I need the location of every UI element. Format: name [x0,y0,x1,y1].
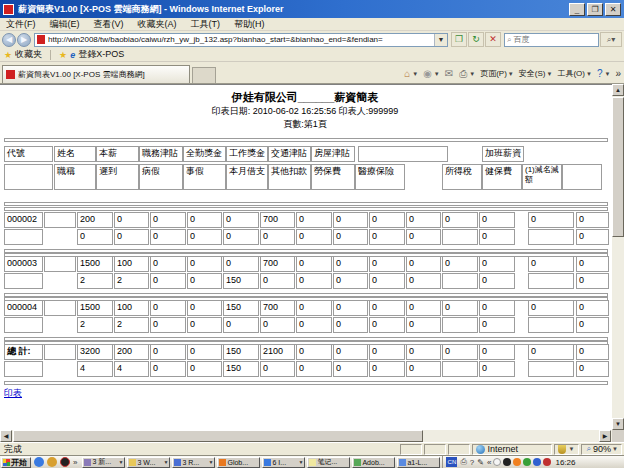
menu-item-3[interactable]: 收藏夹(A) [138,18,177,31]
taskbar-button-1[interactable]: 3 W...▼ [127,457,170,468]
taskbar-button-2[interactable]: 3 R...▼ [172,457,215,468]
feeds-icon[interactable]: ◉▼ [423,68,440,79]
minimize-button[interactable]: _ [569,3,585,16]
help-icon[interactable]: ?▼ [597,68,611,79]
new-tab-stub[interactable] [192,67,216,83]
column-header: 勞保費 [311,164,355,190]
tab-active[interactable]: 薪資簡表V1.00 [X-POS 雲端商務網] [2,65,190,83]
taskbar-button-3[interactable]: Glob... [217,457,260,468]
status-panel [424,444,446,455]
printer-tray-icon[interactable]: ⎙ [460,457,466,467]
scroll-left-icon[interactable]: ◀ [0,430,12,442]
status-text: 完成 [4,443,22,456]
menu-item-1[interactable]: 编辑(E) [50,18,80,31]
cmd-工具(O)[interactable]: 工具(O)▼ [557,68,592,79]
zoom-control[interactable]: ⌕ 90% ▼ [581,444,622,455]
restore-button[interactable]: ❐ [587,3,603,16]
quicklaunch-mail-icon[interactable] [47,457,57,467]
horizontal-scroll-thumb[interactable] [13,430,423,442]
table-cell: 0 [187,361,222,377]
table-cell: 2100 [260,344,295,360]
table-cell: 0 [223,229,259,245]
quicklaunch-overflow-icon[interactable]: » [73,458,77,467]
table-cell: 0 [333,256,368,272]
search-go-button[interactable]: ⌕▾ [600,32,622,47]
scroll-down-icon[interactable]: ▼ [612,418,624,430]
scroll-up-icon[interactable]: ▲ [612,84,624,96]
qq-tray-icon[interactable] [503,458,511,466]
alert-tray-icon[interactable] [513,458,521,466]
table-cell [4,273,43,289]
home-icon[interactable]: ⌂▼ [404,68,418,79]
table-cell: 0 [369,317,405,333]
help-tray-icon[interactable]: ? [470,458,474,467]
media-tray-icon[interactable] [543,458,551,466]
table-cell: 0 [576,361,609,377]
taskbar-button-label: Adob... [362,459,393,466]
close-button[interactable]: ✕ [605,3,621,16]
search-input[interactable]: ⌕ 百度 [504,33,599,47]
menu-item-5[interactable]: 帮助(H) [234,18,265,31]
protected-mode-panel[interactable]: ▼ [554,444,579,455]
window-title: 薪資簡表V1.00 [X-POS 雲端商務網] - Windows Intern… [18,3,567,16]
cmd-页面(P)[interactable]: 页面(P)▼ [480,68,514,79]
table-cell: 0 [406,300,441,316]
vertical-scroll-thumb[interactable] [612,97,624,237]
help-glyph: ? [597,68,603,79]
language-indicator[interactable]: CN [446,457,457,467]
taskbar-button-5[interactable]: 笔记... [307,457,350,468]
address-input[interactable]: http://win2008/tw/baobiao/caiwu/rzh_yw_j… [34,33,448,47]
table-cell: 0 [369,256,405,272]
messenger-tray-icon[interactable] [533,458,541,466]
column-header: 房屋津貼 [311,146,355,162]
antivirus-tray-icon[interactable] [523,458,531,466]
table-cell: 0 [187,317,222,333]
taskbar-button-6[interactable]: Adob... [352,457,395,468]
start-button[interactable]: 开始 [1,457,31,468]
table-cell: 0 [150,273,186,289]
stop-button[interactable]: ✕ [485,32,501,47]
document-tray-icon[interactable] [493,458,501,466]
table-cell: 0 [187,256,222,272]
refresh-button[interactable]: ↻ [468,32,484,47]
tab-label: 薪資簡表V1.00 [X-POS 雲端商務網] [18,69,145,80]
favorites-link-xpos[interactable]: 登錄X-POS [78,48,124,61]
table-cell [4,317,43,333]
menu-item-2[interactable]: 查看(V) [94,18,124,31]
input-method-icon[interactable]: ✎ [477,458,484,467]
cmd-安全(S)[interactable]: 安全(S)▼ [519,68,553,79]
table-cell: 0 [150,212,186,228]
more-glyph: » [615,68,621,79]
table-cell: 0 [223,256,259,272]
menu-item-4[interactable]: 工具(T) [191,18,221,31]
address-dropdown-icon[interactable]: ▼ [434,34,447,46]
address-bar: ◀ ▶ http://win2008/tw/baobiao/caiwu/rzh_… [0,31,624,48]
scroll-right-icon[interactable]: ▶ [599,430,611,442]
taskbar-button-4[interactable]: 6 I...▼ [262,457,305,468]
taskbar-button-7[interactable]: a1-L... [397,457,440,468]
search-placeholder: 百度 [513,34,529,45]
quicklaunch-qq-icon[interactable] [60,457,70,467]
add-favorite-icon[interactable]: ★ [59,50,67,60]
table-cell: 3200 [77,344,113,360]
table-cell: 0 [479,344,515,360]
compatibility-view-button[interactable]: ❐ [451,32,467,47]
menu-item-0[interactable]: 文件(F) [6,18,36,31]
forward-button[interactable]: ▶ [17,33,31,47]
menu-bar: 文件(F)编辑(E)查看(V)收藏夹(A)工具(T)帮助(H) [0,18,624,31]
back-button[interactable]: ◀ [2,33,16,47]
quicklaunch-ie-icon[interactable] [34,457,44,467]
table-cell [4,361,43,377]
column-header: 健保費 [482,164,522,190]
table-cell: 0 [114,212,149,228]
taskbar-button-0[interactable]: 3 新...▼ [82,457,125,468]
mail-icon[interactable]: ✉ [445,68,454,79]
chevron-down-icon: ▼ [434,71,440,77]
table-cell: 0 [333,317,368,333]
table-cell: 0 [150,256,186,272]
more-icon[interactable]: » [615,68,622,79]
favorites-button[interactable]: 收藏夹 [15,48,42,61]
table-cell: 0 [369,361,405,377]
print-icon[interactable]: ⎙▼ [459,68,475,80]
print-link[interactable]: 印表 [4,387,22,400]
